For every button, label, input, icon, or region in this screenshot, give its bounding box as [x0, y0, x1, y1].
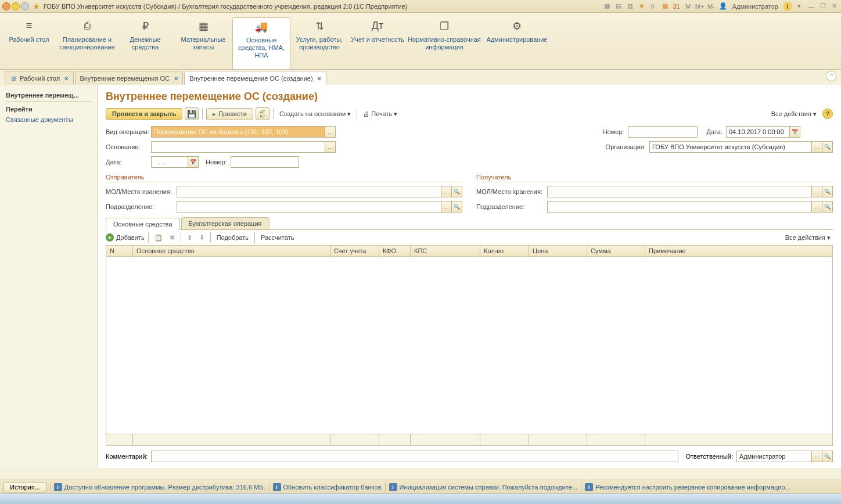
tab-desktop[interactable]: 🖥 Рабочий стол ×	[5, 71, 74, 85]
close-icon[interactable]: ×	[174, 75, 178, 82]
col-kfo[interactable]: КФО	[379, 246, 411, 256]
close-icon[interactable]: ×	[318, 75, 321, 82]
calculate-button[interactable]: Рассчитать	[258, 234, 296, 241]
nav-money[interactable]: ₽ Денежные средства	[116, 17, 174, 69]
subtab-fixed-assets[interactable]: Основные средства	[106, 218, 180, 230]
col-asset[interactable]: Основное средство	[133, 246, 330, 256]
save-button[interactable]: 💾	[185, 107, 199, 120]
nav-fixed-assets[interactable]: 🚚 Основные средства, НМА, НПА	[232, 17, 290, 69]
select-button[interactable]: Подобрать	[214, 234, 251, 241]
post-and-close-button[interactable]: Провести и закрыть	[106, 108, 182, 120]
sender-dept-picker[interactable]: …	[441, 201, 452, 213]
doc-number-input[interactable]	[628, 126, 698, 138]
nav-materials[interactable]: ▦ Материальные запасы	[174, 17, 232, 69]
responsible-picker[interactable]: …	[812, 451, 822, 462]
date-picker[interactable]: 📅	[188, 156, 199, 168]
info-icon[interactable]: i	[783, 2, 792, 11]
col-price[interactable]: Цена	[529, 246, 587, 256]
history-button[interactable]: История...	[3, 482, 46, 492]
move-up-button[interactable]: ⬆	[185, 234, 195, 242]
status-help-init[interactable]: iИнициализация системы справки. Пожалуйс…	[389, 483, 578, 491]
dropdown-icon[interactable]: ▾	[795, 2, 804, 11]
basis-picker[interactable]: …	[325, 141, 336, 153]
delete-row-button[interactable]: ✖	[167, 234, 177, 242]
date-input[interactable]	[151, 156, 188, 168]
col-sum[interactable]: Сумма	[587, 246, 645, 256]
receiver-dept-search[interactable]: 🔍	[822, 201, 833, 213]
minimize-button[interactable]: —	[806, 3, 816, 10]
mminus-button[interactable]: M-	[707, 2, 716, 11]
col-note[interactable]: Примечание	[645, 246, 832, 256]
col-n[interactable]: N	[106, 246, 133, 256]
status-update[interactable]: iДоступно обновление программы. Размер д…	[54, 483, 265, 491]
create-based-button[interactable]: Создать на основании ▾	[277, 110, 353, 118]
1c-logo-icon[interactable]	[2, 2, 10, 10]
sidebar-link-related[interactable]: Связанные документы	[6, 114, 91, 125]
col-kps[interactable]: КПС	[411, 246, 480, 256]
sender-dept-input[interactable]	[177, 201, 441, 213]
receiver-dept-picker[interactable]: …	[812, 201, 822, 213]
sender-dept-search[interactable]: 🔍	[452, 201, 462, 213]
responsible-input[interactable]	[736, 451, 812, 462]
nav-fwd-icon[interactable]	[21, 2, 29, 10]
all-actions-button[interactable]: Все действия ▾	[769, 110, 819, 118]
close-icon[interactable]: ×	[64, 75, 68, 82]
table-body[interactable]	[106, 257, 832, 434]
receiver-mol-input[interactable]	[547, 186, 812, 197]
add-row-button[interactable]: + Добавить	[106, 233, 145, 242]
doc-date-input[interactable]	[726, 126, 790, 138]
move-down-button[interactable]: ⬇	[197, 234, 207, 242]
sender-mol-picker[interactable]: …	[441, 186, 452, 197]
copy-row-button[interactable]: 📋	[152, 234, 165, 242]
org-input[interactable]	[649, 141, 812, 153]
mplus-button[interactable]: M+	[695, 2, 705, 11]
collapse-tabs-button[interactable]: ⌃	[826, 71, 836, 81]
org-picker[interactable]: …	[812, 141, 822, 153]
col-account[interactable]: Счет учета	[330, 246, 379, 256]
status-banks[interactable]: iОбновить классификатор банков	[273, 483, 382, 491]
nav-admin[interactable]: ⚙ Администрирование	[482, 17, 552, 69]
tab-internal-transfer-create[interactable]: Внутреннее перемещение ОС (создание) ×	[184, 71, 326, 85]
col-qty[interactable]: Кол-во	[480, 246, 529, 256]
responsible-search[interactable]: 🔍	[822, 451, 833, 462]
sender-mol-search[interactable]: 🔍	[452, 186, 462, 197]
receiver-dept-input[interactable]	[547, 201, 812, 213]
doc-date-picker[interactable]: 📅	[790, 126, 800, 138]
subtab-accounting-op[interactable]: Бухгалтерская операция	[181, 217, 269, 229]
toolbar-icon-2[interactable]: ▤	[614, 2, 623, 11]
help-icon[interactable]: ?	[822, 109, 833, 119]
receiver-mol-search[interactable]: 🔍	[822, 186, 833, 197]
favorite-icon[interactable]: ★	[33, 2, 40, 11]
sender-mol-input[interactable]	[177, 186, 441, 197]
operation-type-picker[interactable]: …	[325, 126, 336, 138]
operation-type-input[interactable]	[151, 126, 325, 138]
post-button[interactable]: ▸Провести	[206, 108, 253, 120]
nav-reference[interactable]: ❐ Нормативно-справочная информация	[407, 17, 482, 69]
status-backup[interactable]: iРекомендуется настроить резервное копир…	[585, 483, 790, 491]
basis-input[interactable]	[151, 141, 325, 153]
nav-back-icon[interactable]	[12, 2, 20, 10]
calc-icon[interactable]: ▦	[660, 2, 670, 11]
nav-accounting[interactable]: Дт Учет и отчетность	[348, 17, 407, 69]
star-icon[interactable]: ★	[637, 2, 646, 11]
truck-icon: 🚚	[234, 20, 289, 34]
maximize-button[interactable]: ❐	[818, 2, 828, 10]
close-window-button[interactable]: ✕	[830, 2, 839, 10]
sidebar-link-goto[interactable]: Перейти	[6, 104, 91, 114]
print-button[interactable]: 🖨 Печать ▾	[361, 110, 400, 118]
tab-internal-transfers[interactable]: Внутренние перемещения ОС ×	[75, 71, 184, 85]
toolbar-icon-1[interactable]: ▦	[602, 2, 612, 11]
nav-services[interactable]: ⇅ Услуги, работы, производство	[290, 17, 348, 69]
table-all-actions[interactable]: Все действия ▾	[783, 234, 833, 241]
comment-input[interactable]	[151, 451, 678, 462]
receiver-mol-picker[interactable]: …	[812, 186, 822, 197]
toolbar-icon-4[interactable]: ⎘	[649, 2, 658, 11]
nav-desktop[interactable]: ≡ Рабочий стол	[0, 17, 58, 69]
calendar-icon[interactable]: 31	[672, 2, 681, 11]
org-search[interactable]: 🔍	[822, 141, 833, 153]
toolbar-icon-3[interactable]: ▥	[626, 2, 635, 11]
nav-planning[interactable]: ⎙ Планирование и санкционирование	[58, 17, 116, 69]
number-input[interactable]	[231, 156, 299, 168]
m-button[interactable]: M	[684, 2, 693, 11]
dt-kt-button[interactable]: ДтКт	[256, 107, 269, 120]
